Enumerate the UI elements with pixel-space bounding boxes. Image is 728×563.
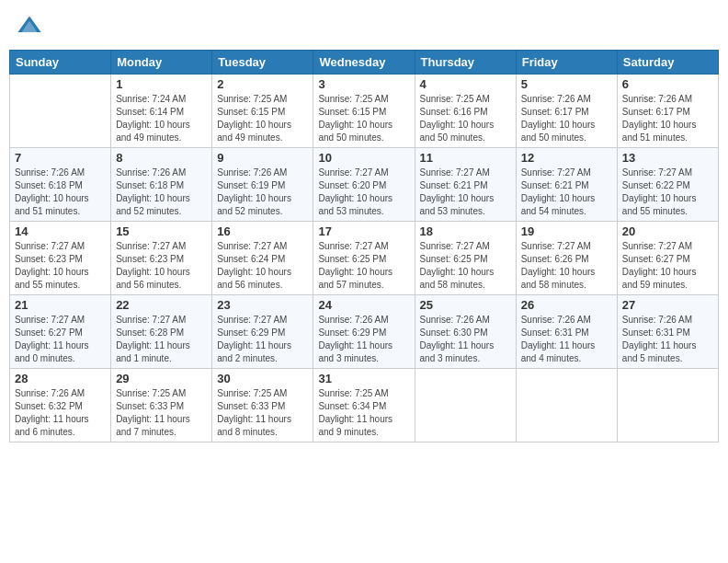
day-cell: 7Sunrise: 7:26 AM Sunset: 6:18 PM Daylig…: [10, 148, 111, 222]
day-info: Sunrise: 7:27 AM Sunset: 6:20 PM Dayligh…: [318, 167, 409, 218]
logo-icon: [17, 13, 42, 39]
day-cell: [415, 369, 516, 442]
day-number: 31: [318, 372, 409, 385]
day-number: 5: [521, 77, 612, 91]
day-info: Sunrise: 7:26 AM Sunset: 6:31 PM Dayligh…: [622, 314, 713, 365]
calendar-body: 1Sunrise: 7:24 AM Sunset: 6:14 PM Daylig…: [10, 75, 719, 442]
day-header-tuesday: Tuesday: [212, 51, 313, 75]
day-info: Sunrise: 7:25 AM Sunset: 6:16 PM Dayligh…: [420, 93, 511, 144]
day-info: Sunrise: 7:27 AM Sunset: 6:21 PM Dayligh…: [521, 167, 612, 218]
day-info: Sunrise: 7:26 AM Sunset: 6:18 PM Dayligh…: [116, 167, 207, 218]
day-cell: 29Sunrise: 7:25 AM Sunset: 6:33 PM Dayli…: [111, 369, 212, 442]
day-cell: 5Sunrise: 7:26 AM Sunset: 6:17 PM Daylig…: [516, 75, 617, 148]
day-header-row: SundayMondayTuesdayWednesdayThursdayFrid…: [10, 51, 719, 75]
day-number: 24: [318, 298, 409, 312]
day-info: Sunrise: 7:26 AM Sunset: 6:17 PM Dayligh…: [521, 93, 612, 144]
day-info: Sunrise: 7:27 AM Sunset: 6:29 PM Dayligh…: [217, 314, 308, 365]
day-number: 2: [217, 77, 308, 91]
day-cell: 30Sunrise: 7:25 AM Sunset: 6:33 PM Dayli…: [212, 369, 313, 442]
day-info: Sunrise: 7:27 AM Sunset: 6:24 PM Dayligh…: [217, 240, 308, 292]
day-info: Sunrise: 7:27 AM Sunset: 6:21 PM Dayligh…: [420, 167, 511, 218]
day-info: Sunrise: 7:27 AM Sunset: 6:27 PM Dayligh…: [622, 240, 713, 292]
day-number: 14: [15, 224, 106, 238]
day-header-friday: Friday: [516, 51, 617, 75]
day-cell: 13Sunrise: 7:27 AM Sunset: 6:22 PM Dayli…: [617, 148, 718, 222]
day-info: Sunrise: 7:25 AM Sunset: 6:33 PM Dayligh…: [217, 387, 308, 439]
day-number: 12: [521, 151, 612, 165]
day-number: 9: [217, 151, 308, 165]
day-number: 7: [15, 151, 106, 165]
day-number: 11: [420, 151, 511, 165]
day-number: 1: [116, 77, 207, 91]
day-header-thursday: Thursday: [415, 51, 516, 75]
day-cell: 20Sunrise: 7:27 AM Sunset: 6:27 PM Dayli…: [617, 222, 718, 295]
day-header-monday: Monday: [111, 51, 212, 75]
day-number: 15: [116, 224, 207, 238]
day-cell: 15Sunrise: 7:27 AM Sunset: 6:23 PM Dayli…: [111, 222, 212, 295]
day-number: 29: [116, 372, 207, 385]
day-number: 28: [15, 372, 106, 385]
day-number: 23: [217, 298, 308, 312]
day-cell: 2Sunrise: 7:25 AM Sunset: 6:15 PM Daylig…: [212, 75, 313, 148]
day-cell: 12Sunrise: 7:27 AM Sunset: 6:21 PM Dayli…: [516, 148, 617, 222]
day-number: 13: [622, 151, 713, 165]
day-info: Sunrise: 7:25 AM Sunset: 6:33 PM Dayligh…: [116, 387, 207, 439]
day-cell: 11Sunrise: 7:27 AM Sunset: 6:21 PM Dayli…: [415, 148, 516, 222]
day-header-saturday: Saturday: [617, 51, 718, 75]
day-info: Sunrise: 7:26 AM Sunset: 6:29 PM Dayligh…: [318, 314, 409, 365]
day-number: 16: [217, 224, 308, 238]
day-number: 21: [15, 298, 106, 312]
day-cell: 14Sunrise: 7:27 AM Sunset: 6:23 PM Dayli…: [10, 222, 111, 295]
week-row-4: 21Sunrise: 7:27 AM Sunset: 6:27 PM Dayli…: [10, 295, 719, 369]
calendar-table: SundayMondayTuesdayWednesdayThursdayFrid…: [9, 50, 719, 442]
day-info: Sunrise: 7:26 AM Sunset: 6:30 PM Dayligh…: [420, 314, 511, 365]
day-cell: 9Sunrise: 7:26 AM Sunset: 6:19 PM Daylig…: [212, 148, 313, 222]
day-info: Sunrise: 7:25 AM Sunset: 6:15 PM Dayligh…: [318, 93, 409, 144]
day-info: Sunrise: 7:27 AM Sunset: 6:25 PM Dayligh…: [420, 240, 511, 292]
page-header: [9, 9, 719, 42]
day-number: 25: [420, 298, 511, 312]
day-header-wednesday: Wednesday: [313, 51, 415, 75]
day-cell: 4Sunrise: 7:25 AM Sunset: 6:16 PM Daylig…: [415, 75, 516, 148]
day-number: 30: [217, 372, 308, 385]
day-info: Sunrise: 7:27 AM Sunset: 6:23 PM Dayligh…: [15, 240, 106, 292]
day-cell: 21Sunrise: 7:27 AM Sunset: 6:27 PM Dayli…: [10, 295, 111, 369]
day-cell: 22Sunrise: 7:27 AM Sunset: 6:28 PM Dayli…: [111, 295, 212, 369]
day-cell: 18Sunrise: 7:27 AM Sunset: 6:25 PM Dayli…: [415, 222, 516, 295]
day-cell: 23Sunrise: 7:27 AM Sunset: 6:29 PM Dayli…: [212, 295, 313, 369]
day-number: 22: [116, 298, 207, 312]
day-info: Sunrise: 7:26 AM Sunset: 6:17 PM Dayligh…: [622, 93, 713, 144]
day-cell: 10Sunrise: 7:27 AM Sunset: 6:20 PM Dayli…: [313, 148, 415, 222]
day-info: Sunrise: 7:27 AM Sunset: 6:23 PM Dayligh…: [116, 240, 207, 292]
day-number: 8: [116, 151, 207, 165]
week-row-5: 28Sunrise: 7:26 AM Sunset: 6:32 PM Dayli…: [10, 369, 719, 442]
day-info: Sunrise: 7:27 AM Sunset: 6:22 PM Dayligh…: [622, 167, 713, 218]
day-cell: 8Sunrise: 7:26 AM Sunset: 6:18 PM Daylig…: [111, 148, 212, 222]
week-row-2: 7Sunrise: 7:26 AM Sunset: 6:18 PM Daylig…: [10, 148, 719, 222]
day-header-sunday: Sunday: [10, 51, 111, 75]
day-info: Sunrise: 7:27 AM Sunset: 6:27 PM Dayligh…: [15, 314, 106, 365]
day-cell: 19Sunrise: 7:27 AM Sunset: 6:26 PM Dayli…: [516, 222, 617, 295]
day-number: 26: [521, 298, 612, 312]
day-number: 3: [318, 77, 409, 91]
day-info: Sunrise: 7:25 AM Sunset: 6:34 PM Dayligh…: [318, 387, 409, 439]
day-cell: 6Sunrise: 7:26 AM Sunset: 6:17 PM Daylig…: [617, 75, 718, 148]
day-info: Sunrise: 7:26 AM Sunset: 6:32 PM Dayligh…: [15, 387, 106, 439]
day-number: 17: [318, 224, 409, 238]
day-cell: 24Sunrise: 7:26 AM Sunset: 6:29 PM Dayli…: [313, 295, 415, 369]
day-info: Sunrise: 7:27 AM Sunset: 6:28 PM Dayligh…: [116, 314, 207, 365]
day-cell: [617, 369, 718, 442]
day-number: 27: [622, 298, 713, 312]
day-number: 4: [420, 77, 511, 91]
day-info: Sunrise: 7:26 AM Sunset: 6:19 PM Dayligh…: [217, 167, 308, 218]
day-cell: [516, 369, 617, 442]
day-cell: 25Sunrise: 7:26 AM Sunset: 6:30 PM Dayli…: [415, 295, 516, 369]
day-number: 6: [622, 77, 713, 91]
day-cell: 16Sunrise: 7:27 AM Sunset: 6:24 PM Dayli…: [212, 222, 313, 295]
day-cell: 17Sunrise: 7:27 AM Sunset: 6:25 PM Dayli…: [313, 222, 415, 295]
day-cell: 31Sunrise: 7:25 AM Sunset: 6:34 PM Dayli…: [313, 369, 415, 442]
calendar-header: SundayMondayTuesdayWednesdayThursdayFrid…: [10, 51, 719, 75]
day-cell: 3Sunrise: 7:25 AM Sunset: 6:15 PM Daylig…: [313, 75, 415, 148]
day-info: Sunrise: 7:27 AM Sunset: 6:26 PM Dayligh…: [521, 240, 612, 292]
day-cell: 27Sunrise: 7:26 AM Sunset: 6:31 PM Dayli…: [617, 295, 718, 369]
